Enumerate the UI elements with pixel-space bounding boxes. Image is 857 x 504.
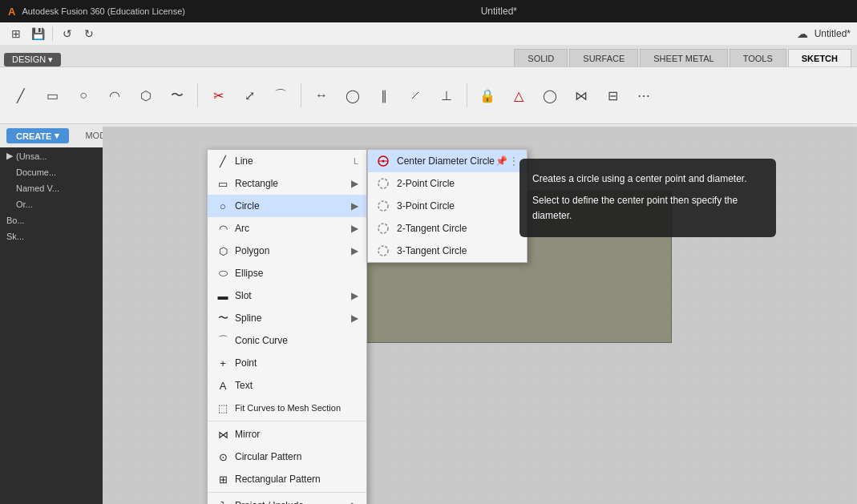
menu-item-spline[interactable]: 〜 Spline ▶ [208,307,366,329]
svg-point-5 [378,224,388,233]
pin-icon: 📌 [495,155,507,167]
tool-more[interactable]: ⋯ [629,81,658,110]
spline-arrow: ▶ [351,312,358,324]
three-point-circle-icon [376,199,390,213]
menu-item-ellipse-label: Ellipse [235,268,263,279]
two-point-label: 2-Point Circle [397,178,455,189]
sidebar-item-named[interactable]: Named V... [0,180,103,196]
top-toolbar: ⊞ 💾 ↺ ↻ ☁ Untitled* [0,22,857,45]
circle-item-center-diameter[interactable]: Center Diameter Circle 📌 ⋮ [368,150,527,172]
undo-icon[interactable]: ↺ [58,24,77,43]
menu-item-conic[interactable]: ⌒ Conic Curve [208,329,366,352]
menu-divider-2 [208,492,366,493]
menu-item-mirror[interactable]: ⋈ Mirror [208,423,366,446]
tool-rect[interactable]: ▭ [38,81,67,110]
design-button[interactable]: DESIGN ▾ [4,53,61,67]
menu-item-rect-label: Rectangle [235,178,278,189]
tool-arc[interactable]: ◠ [100,81,129,110]
svg-point-4 [378,201,388,211]
tool-extend[interactable]: ⤢ [235,81,264,110]
tool-polygon[interactable]: ⬡ [131,81,160,110]
canvas[interactable]: ╱ Line L ▭ Rectangle ▶ ○ Circle ▶ ◠ Arc … [103,127,857,504]
create-menu-button[interactable]: CREATE ▾ [6,128,69,143]
svg-point-2 [382,160,385,163]
tool-ellipse[interactable]: ◯ [536,81,564,110]
tool-line[interactable]: ╱ [6,81,35,110]
menu-item-rectangle[interactable]: ▭ Rectangle ▶ [208,172,366,195]
create-arrow: ▾ [55,131,59,141]
menu-item-point[interactable]: + Point [208,352,366,374]
arc-arrow: ▶ [351,223,358,234]
file-title-top: Untitled* [815,28,851,39]
tab-surface[interactable]: SURFACE [569,49,638,67]
menu-divider-1 [208,421,366,421]
three-point-label: 3-Point Circle [397,200,455,212]
tool-parallel[interactable]: ∥ [370,81,398,110]
tool-lock[interactable]: 🔒 [473,81,502,110]
circle-item-2tangent[interactable]: 2-Tangent Circle [368,217,527,240]
expand-icon: ▶ [6,151,13,161]
create-label: CREATE [16,131,51,141]
ellipse-icon: ⬭ [216,266,230,280]
slot-arrow: ▶ [351,290,358,301]
tool-mirror[interactable]: ⋈ [567,81,596,110]
three-tangent-label: 3-Tangent Circle [397,245,467,256]
menu-item-polygon[interactable]: ⬡ Polygon ▶ [208,240,366,262]
tool-circle[interactable]: ○ [69,81,98,110]
title-bar: A Autodesk Fusion 360 (Education License… [0,0,857,22]
tab-sheet-metal[interactable]: SHEET METAL [640,49,727,67]
menu-item-ellipse[interactable]: ⬭ Ellipse [208,262,366,284]
save-icon[interactable]: 💾 [28,24,47,43]
menu-item-line-label: Line [235,155,253,167]
tab-bar: DESIGN ▾ SOLID SURFACE SHEET METAL TOOLS… [0,45,857,67]
mirror-icon: ⋈ [216,427,230,442]
sidebar-named-label: Named V... [16,183,59,193]
menu-item-line[interactable]: ╱ Line L [208,150,366,172]
file-title: Untitled* [481,6,517,17]
tab-sketch[interactable]: SKETCH [788,49,851,67]
sidebar-item-label: (Unsa... [16,151,47,161]
slot-icon: ▬ [216,288,230,303]
tool-dimension[interactable]: ↔ [307,81,336,110]
redo-icon[interactable]: ↻ [79,24,99,43]
fit-curves-icon: ⬚ [216,401,230,415]
menu-item-text[interactable]: A Text [208,374,366,397]
tooltip-title: Creates a circle using a center point an… [532,171,763,187]
tool-tangent[interactable]: ⟋ [401,81,430,110]
tool-spline[interactable]: 〜 [163,81,192,110]
sidebar-item-documents[interactable]: Docume... [0,164,103,180]
menu-item-circle-label: Circle [235,200,260,212]
tool-scale[interactable]: ⊟ [598,81,627,110]
point-icon: + [216,356,230,370]
circle-item-2point[interactable]: 2-Point Circle [368,172,527,195]
tool-triangle[interactable]: △ [504,81,533,110]
rect-pattern-icon: ⊞ [216,472,230,486]
menu-item-rect-pattern[interactable]: ⊞ Rectangular Pattern [208,468,366,490]
menu-item-fit-label: Fit Curves to Mesh Section [235,403,341,413]
menu-item-project[interactable]: ⤵ Project / Include ▶ [208,494,366,504]
circle-item-3tangent[interactable]: 3-Tangent Circle [368,240,527,262]
tab-solid[interactable]: SOLID [514,49,568,67]
tool-perp[interactable]: ⊥ [432,81,461,110]
app-title-text: Autodesk Fusion 360 (Education License) [22,6,185,16]
two-tangent-label: 2-Tangent Circle [397,223,467,234]
sidebar-item-bo[interactable]: Bo... [0,212,103,228]
circle-item-3point[interactable]: 3-Point Circle [368,195,527,217]
cloud-icon: ☁ [793,24,812,43]
tab-tools[interactable]: TOOLS [730,49,786,67]
tool-circle2[interactable]: ◯ [338,81,367,110]
menu-item-circle[interactable]: ○ Circle ▶ [208,195,366,217]
menu-item-fit-curves[interactable]: ⬚ Fit Curves to Mesh Section [208,397,366,419]
tool-trim[interactable]: ✂ [204,81,232,110]
menu-item-slot[interactable]: ▬ Slot ▶ [208,284,366,307]
menu-item-mirror-label: Mirror [235,429,260,440]
sidebar-item-or[interactable]: Or... [0,196,103,212]
tool-fillet[interactable]: ⌒ [266,81,295,110]
sidebar-item-root[interactable]: ▶ (Unsa... [0,147,103,164]
sidebar-item-sk[interactable]: Sk... [0,228,103,244]
main-content: ◀ BROWSER ▶ (Unsa... Docume... Named V..… [0,127,857,504]
menu-item-arc[interactable]: ◠ Arc ▶ [208,217,366,240]
menu-item-project-label: Project / Include [235,500,304,504]
menu-item-circular-pattern[interactable]: ⊙ Circular Pattern [208,446,366,468]
grid-icon[interactable]: ⊞ [6,24,26,43]
